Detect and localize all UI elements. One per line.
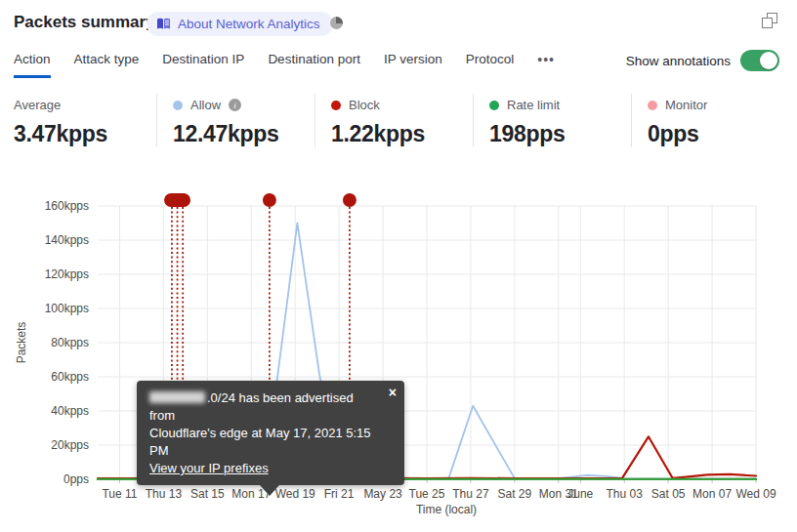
y-tick-label: 0pps [63, 472, 89, 486]
tooltip-arrow [260, 485, 279, 496]
y-tick-label: 140kpps [45, 233, 89, 247]
x-tick-label: Thu 27 [452, 487, 489, 501]
y-tick-label: 160kpps [45, 199, 89, 213]
redacted-ip-prefix [149, 391, 205, 403]
x-tick-label: Wed 09 [735, 487, 776, 501]
x-tick-label: Thu 13 [146, 487, 183, 501]
x-tick-label: Thu 03 [607, 487, 644, 501]
x-tick-label: Sat 05 [651, 487, 686, 501]
x-tick-label: Mon 07 [692, 487, 732, 501]
x-tick-label: May 23 [363, 487, 402, 501]
close-icon[interactable]: × [389, 386, 397, 399]
tooltip-line2: Cloudflare's edge at May 17, 2021 5:15 P… [149, 425, 379, 460]
annotation-marker-dot[interactable] [263, 193, 276, 207]
x-axis-title: Time (local) [416, 503, 477, 516]
x-tick-label: Sat 29 [498, 487, 532, 501]
x-tick-label: Sat 15 [190, 487, 225, 501]
y-tick-label: 100kpps [45, 302, 89, 315]
x-tick-label: June [567, 487, 593, 501]
y-tick-label: 80kpps [51, 336, 89, 349]
packets-summary-panel: Packets summary About Network Analytics … [0, 0, 797, 532]
y-tick-label: 60kpps [51, 370, 89, 384]
annotation-tooltip: × .0/24 has been advertised from Cloudfl… [137, 381, 404, 485]
y-tick-label: 20kpps [51, 438, 89, 452]
view-ip-prefixes-link[interactable]: View your IP prefixes [149, 461, 269, 475]
y-tick-label: 120kpps [45, 267, 89, 281]
x-tick-label: Fri 21 [324, 487, 355, 501]
x-tick-label: Tue 11 [102, 487, 137, 501]
tooltip-line1: .0/24 has been advertised from [149, 389, 379, 425]
x-tick-label: Wed 19 [275, 487, 315, 501]
annotation-marker-dot[interactable] [343, 193, 357, 207]
y-axis-title: Packets [15, 322, 28, 364]
annotation-marker-pill[interactable] [164, 193, 190, 207]
y-tick-label: 40kpps [51, 404, 89, 418]
x-tick-label: Tue 25 [409, 487, 445, 501]
